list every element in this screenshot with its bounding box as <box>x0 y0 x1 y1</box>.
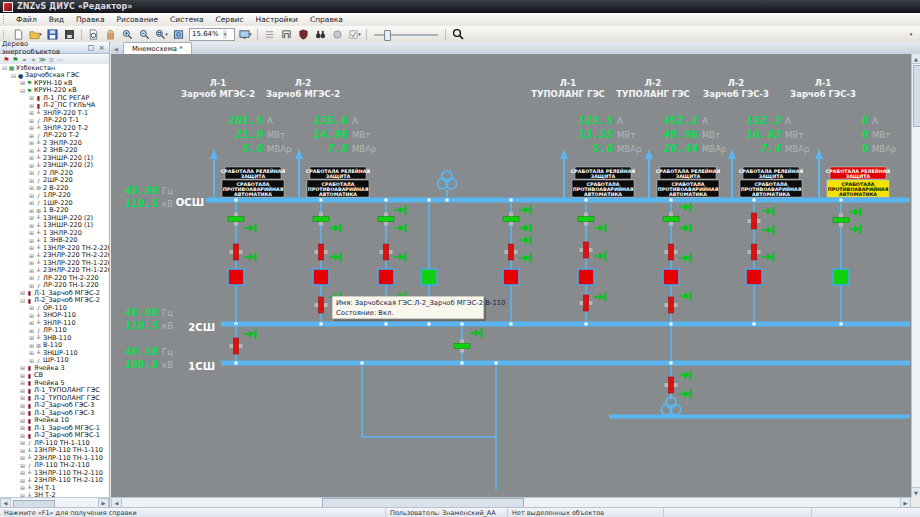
menu-item[interactable]: Рисование <box>111 14 165 25</box>
ground-switch-icon[interactable] <box>394 206 407 215</box>
expand-icon[interactable]: ⊞ <box>19 409 26 416</box>
close-panel-icon[interactable]: × <box>96 42 107 53</box>
menu-item[interactable]: Сервис <box>210 14 250 25</box>
expand-icon[interactable]: ⊞ <box>28 132 35 139</box>
menu-item[interactable]: Система <box>164 14 209 25</box>
expand-icon[interactable]: ⊞ <box>28 274 35 281</box>
disconnector[interactable] <box>315 244 328 260</box>
bus-osh[interactable] <box>206 198 910 203</box>
ground-switch-icon[interactable] <box>679 224 692 233</box>
expand-icon[interactable]: ⊞ <box>19 387 26 394</box>
menu-item[interactable]: Правка <box>70 14 111 25</box>
tree-item[interactable]: ⊞▮Ячейка 3 <box>0 364 109 372</box>
breaker[interactable] <box>833 269 849 285</box>
binoculars-button[interactable] <box>313 27 329 42</box>
ground-switch-icon[interactable] <box>762 253 775 262</box>
transformer-icon[interactable] <box>661 397 680 415</box>
expand-icon[interactable]: ⊞ <box>19 417 26 424</box>
breaker[interactable] <box>421 269 437 285</box>
disconnector[interactable] <box>833 214 849 227</box>
bus-1sh[interactable] <box>221 361 910 366</box>
breaker[interactable] <box>313 269 329 285</box>
ground-switch-icon[interactable] <box>679 390 692 399</box>
jump-icon[interactable]: ≫ <box>38 56 47 64</box>
expand-icon[interactable]: ⊞ <box>19 402 26 409</box>
expand-icon[interactable]: ⊞ <box>19 447 26 454</box>
transformer-icon[interactable] <box>437 171 456 189</box>
ground-switch-icon[interactable] <box>679 292 692 301</box>
breaker[interactable] <box>503 269 519 285</box>
disconnector[interactable] <box>580 295 593 311</box>
breaker[interactable] <box>746 269 762 285</box>
bus-2sh[interactable] <box>221 322 910 327</box>
expand-icon[interactable]: ⊞ <box>28 154 35 161</box>
expand-icon[interactable]: ⊞ <box>19 394 26 401</box>
expand-icon[interactable]: ⊞ <box>28 184 35 191</box>
disconnector[interactable] <box>665 244 678 260</box>
expand-icon[interactable]: ⊞ <box>28 214 35 221</box>
green-flag-icon[interactable]: ⚑ <box>11 56 20 64</box>
open-dropdown-icon[interactable]: ▾ <box>39 31 42 37</box>
expand-icon[interactable]: ⊞ <box>19 454 26 461</box>
disconnector[interactable] <box>578 213 594 226</box>
expand-icon[interactable]: ⊞ <box>28 177 35 184</box>
ground-switch-icon[interactable] <box>849 225 862 234</box>
ground-switch-icon[interactable] <box>679 254 692 263</box>
expand-icon[interactable]: ⊞ <box>28 199 35 206</box>
ground-switch-icon[interactable] <box>762 226 775 235</box>
expand-icon[interactable]: ⊞ <box>19 439 26 446</box>
menu-item[interactable]: Настройки <box>250 14 304 25</box>
ground-switch-icon[interactable] <box>679 371 692 380</box>
horizontal-scrollbar[interactable]: ◀ ▶ <box>111 497 911 507</box>
expand-icon[interactable]: ⊞ <box>28 94 35 101</box>
layers-button[interactable] <box>262 27 278 42</box>
expand-icon[interactable]: ⊞ <box>28 334 35 341</box>
expand-icon[interactable]: ⊞ <box>19 289 26 296</box>
ground-switch-icon[interactable] <box>519 206 532 215</box>
zoom-in-button[interactable] <box>120 27 136 42</box>
breaker[interactable] <box>378 269 394 285</box>
bus-10kv[interactable] <box>609 415 910 419</box>
ground-switch-icon[interactable] <box>329 224 342 233</box>
disconnector[interactable] <box>748 213 761 229</box>
ground-switch-icon[interactable] <box>762 207 775 216</box>
collapse-icon[interactable]: ⊟ <box>19 297 26 304</box>
disconnector[interactable] <box>663 213 679 226</box>
disconnector[interactable] <box>665 377 678 393</box>
search-button[interactable] <box>450 27 466 42</box>
zoom-level-combo[interactable]: 15.64%▾ <box>189 28 235 41</box>
collapse-all-icon[interactable]: — <box>56 56 65 64</box>
expand-icon[interactable]: ⊞ <box>19 379 26 386</box>
ground-switch-icon[interactable] <box>519 236 532 245</box>
chevron-down-icon[interactable]: ▾ <box>223 30 228 39</box>
ground-switch-icon[interactable] <box>594 224 607 233</box>
pin-panel-icon[interactable]: □ <box>86 42 97 53</box>
scale-slider[interactable] <box>374 30 438 39</box>
expand-icon[interactable]: ⊞ <box>19 432 26 439</box>
disconnector[interactable] <box>454 340 470 353</box>
monitor-dropdown-icon[interactable]: ▾ <box>249 31 252 37</box>
vertical-scrollbar[interactable]: ▲ ▼ <box>911 54 920 497</box>
zoom-window-dropdown-icon[interactable]: ▾ <box>165 31 168 37</box>
ground-switch-icon[interactable] <box>594 252 607 261</box>
print-preview-button[interactable] <box>86 27 102 42</box>
expand-icon[interactable]: ⊞ <box>28 147 35 154</box>
check-combo-dropdown-icon[interactable]: ▾ <box>358 31 361 37</box>
expand-icon[interactable]: ⊞ <box>28 139 35 146</box>
expand-icon[interactable]: ⊞ <box>28 357 35 364</box>
expand-icon[interactable]: ⊞ <box>28 342 35 349</box>
expand-icon[interactable]: ⊞ <box>28 327 35 334</box>
expand-icon[interactable]: ⊞ <box>19 79 26 86</box>
expand-icon[interactable]: ⊞ <box>19 424 26 431</box>
disconnector[interactable] <box>315 297 328 313</box>
ground-switch-icon[interactable] <box>679 203 692 212</box>
expand-icon[interactable]: ⊞ <box>28 109 35 116</box>
disconnector[interactable] <box>313 213 329 226</box>
toolbar-overflow-button[interactable]: ▾ <box>904 27 920 42</box>
collapse-icon[interactable]: ⊟ <box>1 64 8 71</box>
expand-icon[interactable]: ⊞ <box>28 267 35 274</box>
shield-button[interactable] <box>296 27 312 42</box>
expand-icon[interactable]: ⊞ <box>19 462 26 469</box>
menu-item[interactable]: Справка <box>304 14 349 25</box>
breaker[interactable] <box>578 269 594 285</box>
